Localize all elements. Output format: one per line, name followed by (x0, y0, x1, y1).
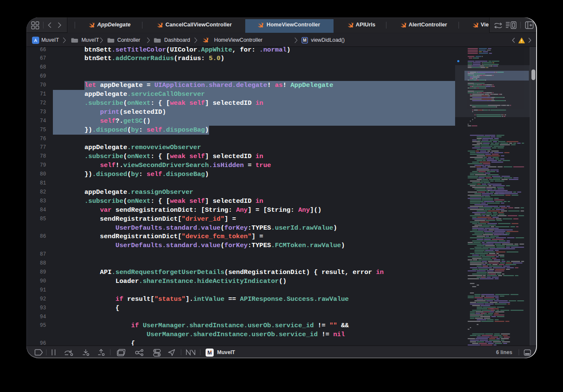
svg-text:M: M (303, 38, 306, 43)
